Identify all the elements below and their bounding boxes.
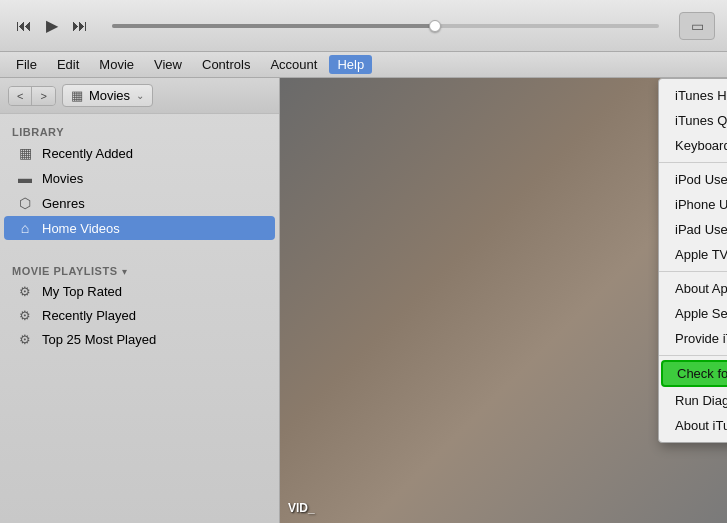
progress-bar[interactable] <box>112 24 659 28</box>
fast-forward-button[interactable]: ⏭ <box>68 15 92 37</box>
separator-1 <box>659 162 727 163</box>
recently-added-icon: ▦ <box>16 145 34 161</box>
menu-bar: File Edit Movie View Controls Account He… <box>0 52 727 78</box>
help-menu-ipod-guide[interactable]: iPod User Guides <box>659 167 727 192</box>
playlists-header[interactable]: Movie Playlists ▾ <box>0 257 279 279</box>
playlists-arrow-icon: ▾ <box>122 266 127 277</box>
main-content: < > ▦ Movies ⌄ Library ▦ Recently Added … <box>0 78 727 523</box>
sidebar-item-recently-played[interactable]: ⚙ Recently Played <box>4 304 275 327</box>
help-menu-apple-service[interactable]: Apple Service and Support <box>659 301 727 326</box>
top-rated-label: My Top Rated <box>42 284 122 299</box>
help-menu-itunes-feedback[interactable]: Provide iTunes Feedback <box>659 326 727 351</box>
help-menu-ipad-guide[interactable]: iPad User Guide <box>659 217 727 242</box>
sidebar-item-movies[interactable]: ▬ Movies <box>4 166 275 190</box>
help-menu-apple-music-privacy[interactable]: About Apple Music & Privacy <box>659 276 727 301</box>
menu-account[interactable]: Account <box>262 55 325 74</box>
menu-help[interactable]: Help <box>329 55 372 74</box>
sidebar-item-home-videos[interactable]: ⌂ Home Videos <box>4 216 275 240</box>
video-label: VID_ <box>288 501 315 515</box>
genres-label: Genres <box>42 196 85 211</box>
menu-movie[interactable]: Movie <box>91 55 142 74</box>
home-videos-icon: ⌂ <box>16 220 34 236</box>
menu-view[interactable]: View <box>146 55 190 74</box>
recently-added-label: Recently Added <box>42 146 133 161</box>
progress-knob[interactable] <box>429 20 441 32</box>
movies-label: Movies <box>42 171 83 186</box>
recently-played-icon: ⚙ <box>16 308 34 323</box>
back-button[interactable]: < <box>9 87 32 105</box>
content-area: VID_ iTunes Help iTunes Quick Tour Keybo… <box>280 78 727 523</box>
sidebar-item-genres[interactable]: ⬡ Genres <box>4 191 275 215</box>
help-menu-itunes-help[interactable]: iTunes Help <box>659 83 727 108</box>
library-section: Library ▦ Recently Added ▬ Movies ⬡ Genr… <box>0 114 279 249</box>
playlists-section: Movie Playlists ▾ ⚙ My Top Rated ⚙ Recen… <box>0 249 279 360</box>
play-button[interactable]: ▶ <box>42 14 62 37</box>
library-header: Library <box>0 122 279 140</box>
menu-edit[interactable]: Edit <box>49 55 87 74</box>
help-menu-iphone-guide[interactable]: iPhone User Guide <box>659 192 727 217</box>
movies-icon: ▬ <box>16 170 34 186</box>
folder-icon: ▦ <box>71 88 83 103</box>
nav-row: < > ▦ Movies ⌄ <box>0 78 279 114</box>
sidebar: < > ▦ Movies ⌄ Library ▦ Recently Added … <box>0 78 280 523</box>
home-videos-label: Home Videos <box>42 221 120 236</box>
help-menu: iTunes Help iTunes Quick Tour Keyboard S… <box>658 78 727 443</box>
nav-buttons: < > <box>8 86 56 106</box>
top-25-label: Top 25 Most Played <box>42 332 156 347</box>
separator-3 <box>659 355 727 356</box>
top-rated-icon: ⚙ <box>16 284 34 299</box>
playlists-header-text: Movie Playlists <box>12 265 118 277</box>
menu-file[interactable]: File <box>8 55 45 74</box>
section-label: Movies <box>89 88 130 103</box>
chevron-icon: ⌄ <box>136 90 144 101</box>
top-25-icon: ⚙ <box>16 332 34 347</box>
help-menu-run-diagnostics[interactable]: Run Diagnostics... <box>659 388 727 413</box>
sidebar-item-top-rated[interactable]: ⚙ My Top Rated <box>4 280 275 303</box>
sidebar-item-recently-added[interactable]: ▦ Recently Added <box>4 141 275 165</box>
recently-played-label: Recently Played <box>42 308 136 323</box>
title-bar: ⏮ ▶ ⏭ ▭ <box>0 0 727 52</box>
forward-button[interactable]: > <box>32 87 54 105</box>
help-menu-check-updates[interactable]: Check for Updates <box>661 360 727 387</box>
section-dropdown[interactable]: ▦ Movies ⌄ <box>62 84 153 107</box>
help-menu-about-itunes[interactable]: About iTunes <box>659 413 727 438</box>
airplay-icon: ▭ <box>691 18 704 34</box>
airplay-button[interactable]: ▭ <box>679 12 715 40</box>
sidebar-item-top-25[interactable]: ⚙ Top 25 Most Played <box>4 328 275 351</box>
progress-fill <box>112 24 440 28</box>
genres-icon: ⬡ <box>16 195 34 211</box>
help-menu-keyboard-shortcuts[interactable]: Keyboard Shortcuts <box>659 133 727 158</box>
separator-2 <box>659 271 727 272</box>
transport-controls: ⏮ ▶ ⏭ <box>12 14 92 37</box>
help-menu-appletv-guide[interactable]: Apple TV User Guide <box>659 242 727 267</box>
menu-controls[interactable]: Controls <box>194 55 258 74</box>
help-menu-itunes-quick-tour[interactable]: iTunes Quick Tour <box>659 108 727 133</box>
rewind-button[interactable]: ⏮ <box>12 15 36 37</box>
